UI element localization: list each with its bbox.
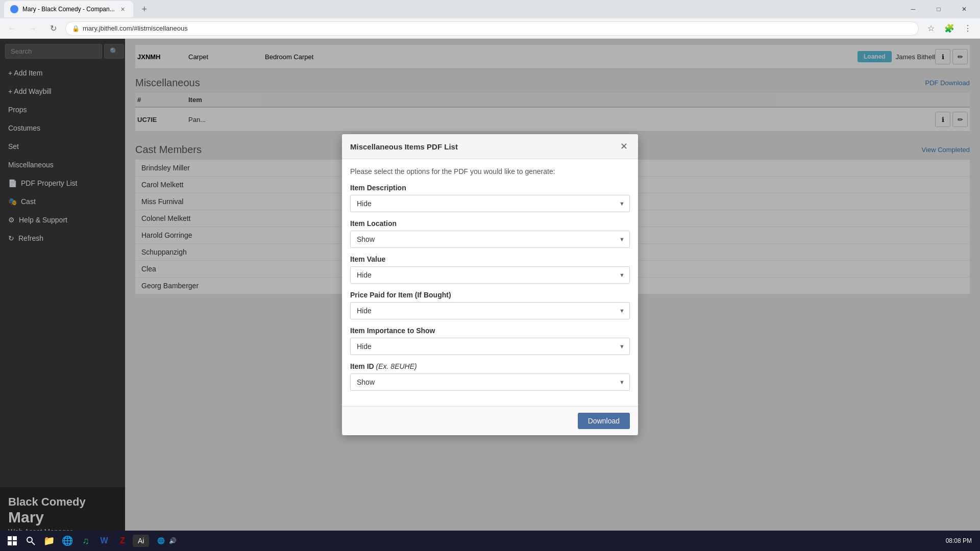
modal-dialog: Miscellaneous Items PDF List ✕ Please se… <box>342 134 638 435</box>
form-group-item-description: Item Description Hide Show <box>350 184 630 212</box>
form-group-item-value: Item Value Hide Show <box>350 255 630 284</box>
minimize-button[interactable]: ─ <box>901 1 925 17</box>
select-item-id[interactable]: Hide Show <box>350 373 630 391</box>
modal-overlay: Miscellaneous Items PDF List ✕ Please se… <box>0 39 980 531</box>
select-wrapper-item-description: Hide Show <box>350 195 630 212</box>
refresh-button[interactable]: ↻ <box>45 20 61 37</box>
browser-tab[interactable]: Mary - Black Comedy - Compan... ✕ <box>4 1 133 17</box>
maximize-button[interactable]: □ <box>927 1 950 17</box>
close-button[interactable]: ✕ <box>952 1 976 17</box>
modal-close-button[interactable]: ✕ <box>618 140 630 153</box>
lock-icon: 🔒 <box>72 25 80 32</box>
taskbar-spotify[interactable]: ♫ <box>78 533 94 549</box>
modal-header: Miscellaneous Items PDF List ✕ <box>342 134 638 159</box>
svg-rect-0 <box>8 536 12 540</box>
field-label-item-id: Item ID (Ex. 8EUHE) <box>350 362 630 370</box>
select-wrapper-item-value: Hide Show <box>350 266 630 284</box>
taskbar-clock: 08:08 PM <box>946 537 976 544</box>
taskbar-file-explorer[interactable]: 📁 <box>41 533 57 549</box>
select-item-description[interactable]: Hide Show <box>350 195 630 212</box>
tab-title: Mary - Black Comedy - Compan... <box>22 6 115 13</box>
select-price-paid[interactable]: Hide Show <box>350 302 630 319</box>
time-display: 08:08 PM <box>946 537 972 544</box>
extensions-icon[interactable]: 🧩 <box>941 20 958 37</box>
svg-rect-1 <box>13 536 17 540</box>
taskbar-word[interactable]: W <box>96 533 112 549</box>
taskbar-chrome[interactable]: 🌐 <box>59 533 76 549</box>
form-group-item-importance: Item Importance to Show Hide Show <box>350 327 630 355</box>
new-tab-button[interactable]: + <box>137 2 152 16</box>
tab-close-button[interactable]: ✕ <box>119 5 127 13</box>
taskbar-sys-tray: 🌐 🔊 <box>153 537 181 544</box>
taskbar-ai-label[interactable]: Ai <box>133 535 149 547</box>
bookmark-icon[interactable]: ☆ <box>923 20 939 37</box>
select-wrapper-item-id: Hide Show <box>350 373 630 391</box>
field-label-item-location: Item Location <box>350 219 630 228</box>
back-button[interactable]: ← <box>4 20 20 37</box>
tab-favicon <box>10 5 18 13</box>
nav-actions: ☆ 🧩 ⋮ <box>923 20 976 37</box>
address-bar[interactable]: 🔒 mary.jbithell.com/#listmiscellaneous <box>65 21 919 36</box>
field-label-item-value: Item Value <box>350 255 630 263</box>
svg-rect-2 <box>8 541 12 545</box>
select-wrapper-price-paid: Hide Show <box>350 302 630 319</box>
select-item-location[interactable]: Hide Show <box>350 231 630 248</box>
window-controls: ─ □ ✕ <box>901 1 976 17</box>
form-group-item-location: Item Location Hide Show <box>350 219 630 248</box>
taskbar-filezilla[interactable]: Z <box>114 533 131 549</box>
select-item-importance[interactable]: Hide Show <box>350 338 630 355</box>
svg-line-5 <box>32 542 35 545</box>
network-icon: 🌐 <box>157 537 165 544</box>
select-wrapper-item-importance: Hide Show <box>350 338 630 355</box>
svg-point-4 <box>27 537 32 542</box>
browser-titlebar: Mary - Black Comedy - Compan... ✕ + ─ □ … <box>0 0 980 18</box>
url-text: mary.jbithell.com/#listmiscellaneous <box>83 24 188 32</box>
field-label-item-description: Item Description <box>350 184 630 192</box>
download-button[interactable]: Download <box>578 413 630 429</box>
modal-body: Please select the options for the PDF yo… <box>342 159 638 406</box>
form-group-price-paid: Price Paid for Item (If Bought) Hide Sho… <box>350 291 630 319</box>
field-label-item-importance: Item Importance to Show <box>350 327 630 335</box>
form-group-item-id: Item ID (Ex. 8EUHE) Hide Show <box>350 362 630 391</box>
volume-icon: 🔊 <box>169 537 177 544</box>
browser-navbar: ← → ↻ 🔒 mary.jbithell.com/#listmiscellan… <box>0 18 980 39</box>
field-label-price-paid: Price Paid for Item (If Bought) <box>350 291 630 299</box>
modal-subtitle: Please select the options for the PDF yo… <box>350 167 630 176</box>
browser-chrome: Mary - Black Comedy - Compan... ✕ + ─ □ … <box>0 0 980 39</box>
modal-title: Miscellaneous Items PDF List <box>350 142 458 151</box>
select-item-value[interactable]: Hide Show <box>350 266 630 284</box>
modal-footer: Download <box>342 406 638 435</box>
forward-button[interactable]: → <box>24 20 41 37</box>
select-wrapper-item-location: Hide Show <box>350 231 630 248</box>
menu-icon[interactable]: ⋮ <box>960 20 976 37</box>
svg-rect-3 <box>13 541 17 545</box>
start-button[interactable] <box>4 533 20 549</box>
field-label-item-id-extra: (Ex. 8EUHE) <box>376 362 417 370</box>
taskbar-search[interactable] <box>22 533 39 549</box>
taskbar: 📁 🌐 ♫ W Z Ai 🌐 🔊 08:08 PM <box>0 531 980 551</box>
